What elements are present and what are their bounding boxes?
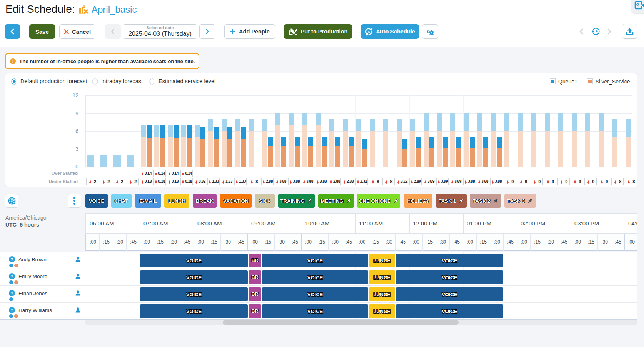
svg-text:A: A [368,30,370,33]
svg-text:?: ? [636,2,639,8]
